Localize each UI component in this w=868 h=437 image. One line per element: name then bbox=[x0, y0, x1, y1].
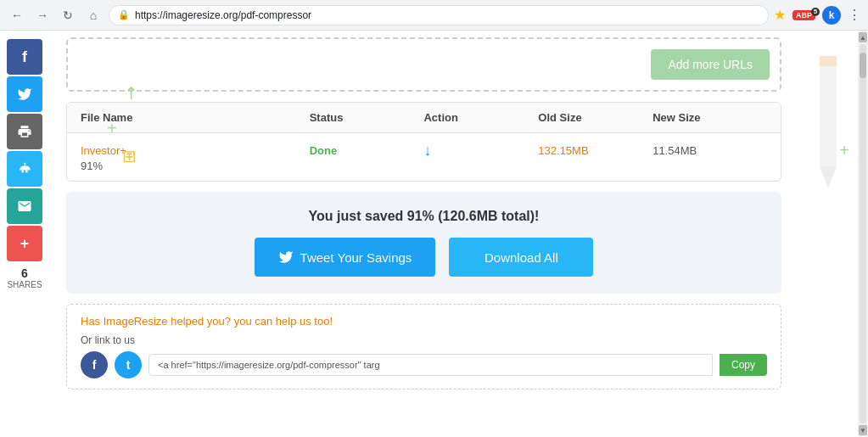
browser-actions: ★ ABP 5 k ⋮ bbox=[774, 6, 861, 25]
print-button[interactable] bbox=[7, 114, 42, 149]
svg-rect-0 bbox=[820, 64, 837, 166]
download-all-button[interactable]: Download All bbox=[449, 238, 593, 277]
scroll-thumb[interactable] bbox=[860, 53, 866, 78]
deco-plus-right-icon: + bbox=[839, 141, 849, 160]
email-share-button[interactable] bbox=[7, 188, 42, 224]
file-name-cell: Investor+... bbox=[81, 144, 310, 157]
col-new-size: New Size bbox=[652, 111, 767, 124]
add-urls-button[interactable]: Add more URLs bbox=[651, 49, 770, 80]
abp-extension: ABP 5 bbox=[792, 10, 815, 20]
scroll-up-button[interactable]: ▲ bbox=[859, 32, 867, 42]
file-new-size-cell: 11.54MB bbox=[652, 144, 767, 157]
scroll-track[interactable] bbox=[860, 44, 866, 423]
pencil-decoration bbox=[798, 48, 858, 217]
reload-button[interactable]: ↻ bbox=[58, 5, 78, 25]
shares-label: SHARES bbox=[7, 280, 42, 289]
savings-section: You just saved 91% (120.6MB total)! Twee… bbox=[66, 192, 781, 294]
action-buttons: Tweet Your Savings Download All bbox=[83, 238, 764, 277]
file-old-size-cell: 132.15MB bbox=[538, 144, 652, 157]
svg-marker-1 bbox=[820, 166, 837, 188]
table-row: Investor+... Done ↓ 132.15MB 11.54MB 91% bbox=[67, 133, 781, 181]
tw-link-icon[interactable]: t bbox=[115, 351, 142, 378]
help-title: Has ImageResize helped you? you can help… bbox=[81, 315, 767, 328]
profile-button[interactable]: k bbox=[822, 6, 841, 25]
svg-rect-2 bbox=[820, 56, 837, 66]
copy-button[interactable]: Copy bbox=[720, 354, 767, 376]
help-section: Has ImageResize helped you? you can help… bbox=[66, 304, 781, 389]
upload-area: Add more URLs bbox=[66, 37, 781, 92]
fb-link-icon[interactable]: f bbox=[81, 351, 108, 378]
abp-badge: ABP 5 bbox=[792, 10, 815, 20]
col-status: Status bbox=[310, 111, 424, 124]
file-table: File Name Status Action Old Size New Siz… bbox=[66, 102, 781, 182]
right-decorative: + bbox=[798, 31, 858, 437]
link-row: f t Copy bbox=[81, 351, 767, 378]
col-filename: File Name bbox=[81, 111, 310, 124]
address-bar[interactable]: 🔒 https://imageresize.org/pdf-compressor bbox=[109, 5, 769, 25]
link-input[interactable] bbox=[148, 354, 713, 376]
twitter-share-button[interactable] bbox=[7, 76, 42, 112]
url-text: https://imageresize.org/pdf-compressor bbox=[135, 9, 311, 21]
add-share-button[interactable]: + bbox=[7, 226, 42, 261]
col-old-size: Old Size bbox=[538, 111, 652, 124]
link-label: Or link to us bbox=[81, 334, 767, 346]
scrollbar[interactable]: ▲ ▼ bbox=[858, 31, 868, 437]
tweet-btn-label: Tweet Your Savings bbox=[300, 250, 412, 265]
table-header: File Name Status Action Old Size New Siz… bbox=[67, 103, 781, 133]
browser-menu-button[interactable]: ⋮ bbox=[848, 7, 861, 23]
back-button[interactable]: ← bbox=[7, 5, 27, 25]
scroll-down-button[interactable]: ▼ bbox=[859, 425, 867, 435]
bookmark-icon[interactable]: ★ bbox=[774, 7, 786, 23]
download-icon[interactable]: ↓ bbox=[423, 142, 431, 159]
social-sidebar: f + 6 SHARES bbox=[0, 31, 49, 437]
bot-button[interactable] bbox=[7, 151, 42, 187]
abp-count: 5 bbox=[811, 8, 820, 16]
main-content: ↗ + ⊞ Add more URLs File Name Status Act… bbox=[49, 31, 798, 437]
facebook-share-button[interactable]: f bbox=[7, 39, 42, 75]
file-action-cell[interactable]: ↓ bbox=[423, 142, 538, 160]
page-content: f + 6 SHARES ↗ + ⊞ Add more URLs bbox=[0, 31, 868, 437]
file-status-cell: Done bbox=[310, 144, 424, 157]
home-button[interactable]: ⌂ bbox=[83, 5, 104, 25]
browser-chrome: ← → ↻ ⌂ 🔒 https://imageresize.org/pdf-co… bbox=[0, 0, 868, 31]
file-savings-pct-cell: 91% bbox=[81, 160, 310, 172]
lock-icon: 🔒 bbox=[118, 9, 130, 20]
savings-message: You just saved 91% (120.6MB total)! bbox=[83, 209, 764, 224]
shares-count: 6 SHARES bbox=[7, 266, 42, 289]
forward-button[interactable]: → bbox=[32, 5, 53, 25]
col-action: Action bbox=[423, 111, 538, 124]
tweet-savings-button[interactable]: Tweet Your Savings bbox=[255, 238, 436, 277]
right-panel: + bbox=[798, 31, 858, 437]
